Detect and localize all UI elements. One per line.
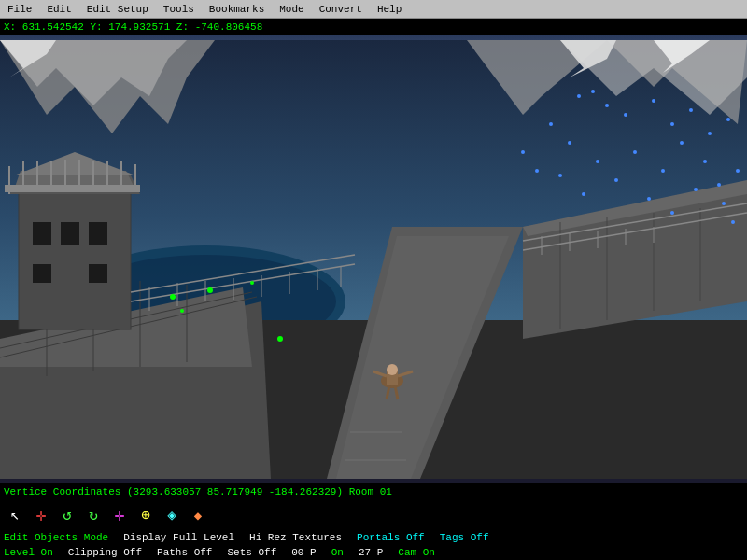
svg-rect-32 xyxy=(89,264,107,283)
svg-point-101 xyxy=(731,220,735,224)
p-count-label: 00 P xyxy=(291,547,316,558)
svg-point-93 xyxy=(680,141,684,145)
svg-rect-23 xyxy=(19,189,131,329)
svg-point-84 xyxy=(670,122,674,126)
svg-point-78 xyxy=(277,336,283,342)
svg-point-106 xyxy=(670,211,674,215)
paths-label: Paths Off xyxy=(157,547,212,558)
svg-point-97 xyxy=(521,150,525,154)
svg-rect-29 xyxy=(61,222,79,245)
tool-rotate-cw[interactable]: ↺ xyxy=(56,504,78,526)
svg-point-85 xyxy=(689,108,693,112)
textures-label: Hi Rez Textures xyxy=(249,532,342,543)
app: File Edit Edit Setup Tools Bookmarks Mod… xyxy=(0,0,747,560)
svg-point-98 xyxy=(535,169,539,173)
tool-move-xy[interactable]: ✛ xyxy=(108,504,131,526)
svg-point-77 xyxy=(180,309,184,313)
menu-mode[interactable]: Mode xyxy=(275,3,307,16)
status-bar-1: Edit Objects Mode Display Full Level Hi … xyxy=(0,530,747,545)
display-level-label: Display Full Level xyxy=(123,532,234,543)
svg-point-103 xyxy=(582,192,585,196)
menu-convert[interactable]: Convert xyxy=(316,3,366,16)
edit-mode-label: Edit Objects Mode xyxy=(4,532,108,543)
svg-rect-28 xyxy=(33,222,51,245)
info-bar: Vertice Coordinates (3293.633057 85.7179… xyxy=(0,483,747,500)
toolbar: ↖ ✛ ↺ ↻ ✛ ⊕ ◈ ◆ xyxy=(0,500,747,530)
svg-point-92 xyxy=(661,169,665,173)
menubar: File Edit Edit Setup Tools Bookmarks Mod… xyxy=(0,0,747,19)
coordinates-text: X: 631.542542 Y: 174.932571 Z: -740.8064… xyxy=(4,21,262,33)
tags-label: Tags Off xyxy=(440,532,489,543)
svg-point-86 xyxy=(708,132,712,135)
portals-label: Portals Off xyxy=(357,532,425,543)
tool-scale[interactable]: ⊕ xyxy=(134,504,157,526)
svg-point-104 xyxy=(614,178,618,182)
svg-point-76 xyxy=(250,281,254,285)
svg-point-75 xyxy=(207,287,213,293)
level-label: Level On xyxy=(4,547,53,558)
clipping-label: Clipping Off xyxy=(68,547,142,558)
tool-6[interactable]: ◈ xyxy=(161,504,183,526)
tool-move-x[interactable]: ✛ xyxy=(30,504,52,526)
svg-point-69 xyxy=(387,364,398,375)
on-label: On xyxy=(331,547,344,558)
3d-viewport[interactable] xyxy=(0,35,747,483)
menu-file[interactable]: File xyxy=(4,3,35,16)
svg-point-80 xyxy=(591,90,595,93)
status-bar-2: Level On Clipping Off Paths Off Sets Off… xyxy=(0,545,747,560)
svg-point-81 xyxy=(605,104,609,107)
tool-select[interactable]: ↖ xyxy=(4,504,26,526)
svg-point-89 xyxy=(568,141,571,145)
svg-point-87 xyxy=(726,118,730,121)
svg-point-74 xyxy=(170,294,176,300)
svg-point-99 xyxy=(694,188,698,191)
cam-count-label: 27 P xyxy=(359,547,383,558)
svg-point-95 xyxy=(717,183,721,187)
menu-help[interactable]: Help xyxy=(374,3,405,16)
sets-label: Sets Off xyxy=(227,547,276,558)
svg-point-102 xyxy=(558,174,562,177)
svg-rect-31 xyxy=(33,264,51,283)
svg-point-83 xyxy=(652,99,655,103)
svg-point-88 xyxy=(549,122,553,126)
vertice-coordinates: Vertice Coordinates (3293.633057 85.7179… xyxy=(4,486,392,497)
cam-on-label: Cam On xyxy=(398,547,435,558)
scene-svg xyxy=(0,35,747,483)
svg-point-100 xyxy=(722,202,726,205)
svg-point-96 xyxy=(736,169,740,173)
tool-7[interactable]: ◆ xyxy=(187,504,209,526)
svg-point-105 xyxy=(647,197,651,201)
svg-point-79 xyxy=(577,94,581,98)
menu-edit[interactable]: Edit xyxy=(43,3,75,16)
svg-rect-30 xyxy=(89,222,107,245)
svg-point-94 xyxy=(703,160,707,163)
coordinates-bar: X: 631.542542 Y: 174.932571 Z: -740.8064… xyxy=(0,19,747,35)
svg-point-91 xyxy=(633,150,637,154)
svg-rect-33 xyxy=(5,185,140,192)
svg-point-90 xyxy=(596,160,599,163)
menu-bookmarks[interactable]: Bookmarks xyxy=(205,3,268,16)
menu-tools[interactable]: Tools xyxy=(160,3,198,16)
svg-point-82 xyxy=(624,113,627,117)
tool-rotate-ccw[interactable]: ↻ xyxy=(82,504,105,526)
menu-edit-setup[interactable]: Edit Setup xyxy=(83,3,152,16)
